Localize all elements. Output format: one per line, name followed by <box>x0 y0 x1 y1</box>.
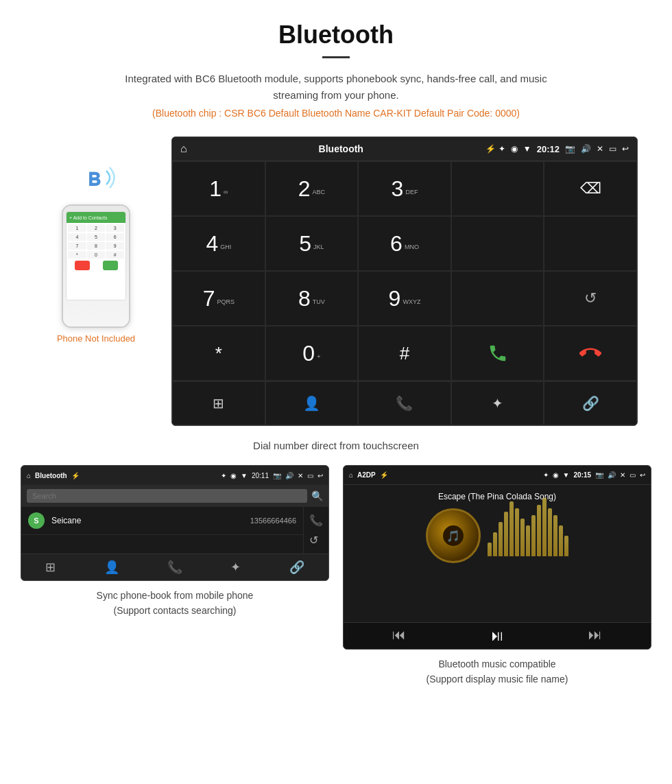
dial-key-2[interactable]: 2ABC <box>265 161 359 216</box>
volume-icon: 🔊 <box>581 144 591 154</box>
eq-bar <box>509 501 514 556</box>
music-screenshot: ⌂ A2DP ⚡ ✦ ◉ ▼ 20:15 📷 🔊 ✕ ▭ ↩ Escape (T… <box>343 465 651 650</box>
pb-phone-action[interactable]: 📞 <box>309 514 323 527</box>
dialpad-bottom-bar: ⊞ 👤 📞 ✦ 🔗 <box>172 381 637 425</box>
dial-key-1[interactable]: 1∞ <box>172 161 265 216</box>
camera-icon: 📷 <box>565 144 575 154</box>
bottom-grid-icon[interactable]: ⊞ <box>172 381 265 425</box>
music-body: Escape (The Pina Colada Song) 🎵 <box>344 485 651 622</box>
phone-not-included-label: Phone Not Included <box>57 333 135 344</box>
music-play-btn[interactable]: ⏯ <box>490 627 505 645</box>
dial-key-3[interactable]: 3DEF <box>358 161 451 216</box>
phone-mockup: + Add to Contacts 123 456 789 *0# <box>62 204 130 328</box>
x-icon: ✕ <box>597 144 603 154</box>
phonebook-body: S Seicane 13566664466 📞 ↺ <box>21 507 328 554</box>
pb-contact-number: 13566664466 <box>250 516 296 525</box>
dial-empty-r2a <box>451 216 544 271</box>
pb-sig-icon: ▼ <box>241 472 248 479</box>
dial-backspace[interactable]: ⌫ <box>544 161 637 216</box>
dial-key-star[interactable]: * <box>172 326 265 381</box>
eq-bar <box>548 508 552 556</box>
eq-bar <box>542 498 547 556</box>
bt-signal-svg: ʙ <box>72 157 120 198</box>
music-x-icon: ✕ <box>620 471 625 479</box>
music-song-title: Escape (The Pina Colada Song) <box>438 492 556 501</box>
eq-bar <box>537 505 541 556</box>
music-usb-icon: ⚡ <box>380 471 388 479</box>
phonebook-search-input[interactable] <box>27 489 307 503</box>
back-icon: ↩ <box>622 144 629 154</box>
pb-cam-icon: 📷 <box>273 472 281 479</box>
pb-bottom-grid[interactable]: ⊞ <box>45 560 56 575</box>
eq-bar <box>515 508 519 556</box>
music-sig-icon: ▼ <box>563 471 570 479</box>
title-divider <box>322 56 350 58</box>
eq-bar <box>559 525 563 556</box>
svg-text:ʙ: ʙ <box>87 165 101 191</box>
pb-gps-icon: ◉ <box>230 472 237 479</box>
pb-bottom-link[interactable]: 🔗 <box>289 560 304 575</box>
bottom-screenshots: ⌂ Bluetooth ⚡ ✦ ◉ ▼ 20:11 📷 🔊 ✕ ▭ ↩ 🔍 <box>0 465 672 687</box>
right-icons: ✦ ◉ ▼ 20:12 📷 🔊 ✕ ▭ ↩ <box>499 144 629 154</box>
pb-initial: S <box>28 512 45 529</box>
car-unit-dialpad: ⌂ Bluetooth ⚡ ✦ ◉ ▼ 20:12 📷 🔊 ✕ ▭ ↩ 1∞ 2… <box>171 136 638 426</box>
dial-key-9[interactable]: 9WXYZ <box>358 271 451 326</box>
dial-key-5[interactable]: 5JKL <box>265 216 359 271</box>
pb-win-icon: ▭ <box>307 472 313 479</box>
pb-vol-icon: 🔊 <box>285 472 293 479</box>
bottom-phone-icon[interactable]: 📞 <box>358 381 451 425</box>
music-win-icon: ▭ <box>629 471 636 479</box>
bottom-contacts-icon[interactable]: 👤 <box>265 381 359 425</box>
phonebook-panel: ⌂ Bluetooth ⚡ ✦ ◉ ▼ 20:11 📷 🔊 ✕ ▭ ↩ 🔍 <box>21 465 329 687</box>
dial-key-8[interactable]: 8TUV <box>265 271 359 326</box>
eq-bar <box>520 519 525 556</box>
gps-icon: ◉ <box>511 144 518 154</box>
page-description: Integrated with BC6 Bluetooth module, su… <box>123 71 549 104</box>
music-cam-icon: 📷 <box>595 471 603 479</box>
dial-empty-r2b <box>544 216 637 271</box>
pb-time: 20:11 <box>252 472 269 479</box>
music-bt-art-icon: 🎵 <box>443 525 464 546</box>
search-icon[interactable]: 🔍 <box>311 490 323 501</box>
pb-bottom-call[interactable]: 📞 <box>167 560 182 575</box>
phonebook-search-bar: 🔍 <box>21 485 328 507</box>
eq-bar <box>504 512 508 556</box>
dial-reload[interactable]: ↺ <box>544 271 637 326</box>
home-icon: ⌂ <box>180 143 187 155</box>
pb-bottom-bt[interactable]: ✦ <box>230 560 241 575</box>
dial-caption: Dial number direct from touchscreen <box>0 433 672 465</box>
phone-screen: + Add to Contacts 123 456 789 *0# <box>66 211 126 300</box>
dial-key-7[interactable]: 7PQRS <box>172 271 265 326</box>
eq-bar <box>488 543 492 556</box>
pb-contact-row[interactable]: S Seicane 13566664466 <box>21 507 303 535</box>
pb-bottom-user[interactable]: 👤 <box>104 560 119 575</box>
music-home-icon: ⌂ <box>349 471 353 479</box>
music-prev-btn[interactable]: ⏮ <box>392 627 406 645</box>
car-status-bar: ⌂ Bluetooth ⚡ ✦ ◉ ▼ 20:12 📷 🔊 ✕ ▭ ↩ <box>172 137 637 161</box>
dial-key-hash[interactable]: # <box>358 326 451 381</box>
pb-bt-icon: ✦ <box>221 472 226 479</box>
signal-icon: ▼ <box>523 144 531 154</box>
dial-key-4[interactable]: 4GHI <box>172 216 265 271</box>
page-header: Bluetooth Integrated with BC6 Bluetooth … <box>0 0 672 136</box>
music-equalizer <box>488 515 568 556</box>
pb-refresh-action[interactable]: ↺ <box>309 534 323 547</box>
phonebook-screenshot: ⌂ Bluetooth ⚡ ✦ ◉ ▼ 20:11 📷 🔊 ✕ ▭ ↩ 🔍 <box>21 465 329 581</box>
pb-contact-name: Seicane <box>51 516 243 525</box>
eq-bar <box>564 536 568 556</box>
music-next-btn[interactable]: ⏭ <box>588 627 602 645</box>
eq-bar <box>499 522 503 556</box>
dial-red-call[interactable] <box>544 326 637 381</box>
dial-key-0[interactable]: 0+ <box>265 326 359 381</box>
music-gps-icon: ◉ <box>553 471 559 479</box>
dial-key-6[interactable]: 6MNO <box>358 216 451 271</box>
car-time: 20:12 <box>537 144 560 154</box>
dial-section: ʙ + Add to Contacts 123 456 <box>0 136 672 433</box>
bottom-link-icon[interactable]: 🔗 <box>544 381 637 425</box>
pb-right-actions: 📞 ↺ <box>303 507 328 554</box>
phone-image-wrap: ʙ + Add to Contacts 123 456 <box>34 136 158 344</box>
pb-contacts-list: S Seicane 13566664466 <box>21 507 303 554</box>
music-time: 20:15 <box>573 471 591 479</box>
dial-green-call[interactable] <box>451 326 544 381</box>
bottom-bt-icon[interactable]: ✦ <box>451 381 544 425</box>
